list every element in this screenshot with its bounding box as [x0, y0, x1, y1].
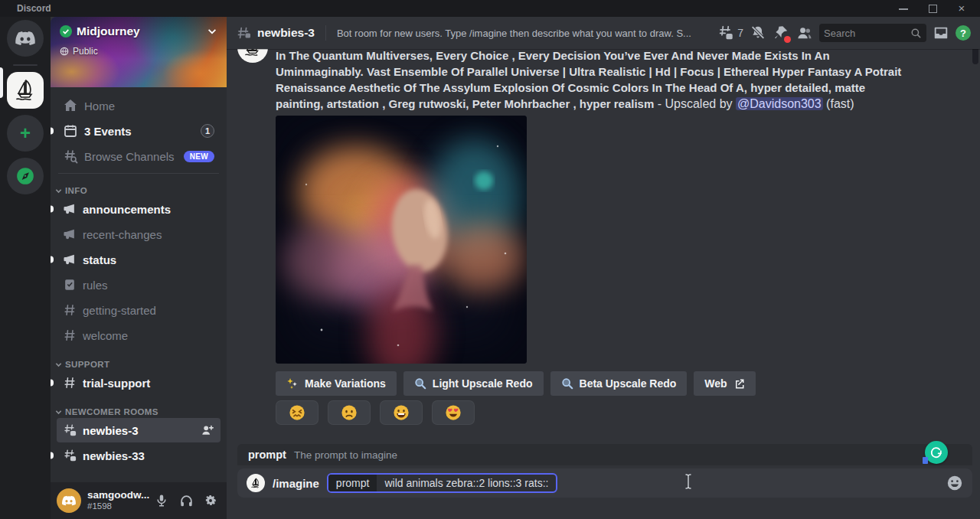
heart-eyes-face-emoji [445, 404, 462, 421]
reaction-button-grinning[interactable] [380, 400, 423, 425]
browse-channels-icon [63, 149, 78, 164]
emoji-picker-button[interactable] [946, 475, 963, 491]
option-name: prompt [248, 449, 286, 461]
grammarly-button[interactable] [925, 441, 948, 464]
explore-servers-button[interactable] [7, 158, 44, 194]
parameter-value[interactable]: wild animals zebra::2 lions::3 rats:: [377, 475, 556, 491]
chevron-down-icon [55, 409, 62, 416]
selected-server-pill [0, 67, 3, 98]
hash-chat-icon [63, 423, 77, 437]
make-variations-button[interactable]: Make Variations [276, 371, 397, 396]
reaction-button-heart-eyes[interactable] [432, 400, 475, 425]
microphone-icon [155, 494, 168, 508]
magnifier-icon [414, 377, 426, 390]
invite-person-add-icon[interactable] [201, 423, 214, 437]
grammarly-icon [929, 446, 943, 459]
unread-pip [51, 256, 54, 263]
category-newcomer-rooms[interactable]: NEWCOMER ROOMS [55, 407, 220, 416]
settings-button[interactable] [201, 491, 220, 511]
unread-pip [51, 128, 54, 135]
maximize-icon[interactable] [928, 4, 937, 13]
channel-getting-started[interactable]: getting-started [57, 298, 220, 322]
discord-home-button[interactable] [7, 20, 44, 57]
headphones-button[interactable] [176, 491, 196, 511]
channel-sidebar: Midjourney Public Home 3 Events 1 [51, 17, 227, 519]
hash-lock-icon [236, 25, 251, 41]
unread-pip [51, 452, 54, 459]
user-panel: samgoodw... #1598 [51, 482, 227, 519]
channel-rules[interactable]: rules [57, 273, 220, 297]
channel-recent-changes[interactable]: recent-changes [57, 222, 220, 246]
header-divider [325, 25, 326, 41]
hash-icon [63, 303, 77, 317]
window-titlebar: Discord × [0, 0, 980, 17]
server-banner[interactable]: Midjourney Public [51, 17, 227, 87]
channel-welcome[interactable]: welcome [57, 323, 220, 348]
unread-pip [51, 206, 54, 213]
midjourney-server-button[interactable] [7, 72, 44, 109]
message-composer[interactable]: /imagine prompt wild animals zebra::2 li… [237, 468, 972, 498]
notifications-muted-button[interactable] [750, 24, 766, 41]
slash-command: /imagine [273, 477, 319, 490]
text-cursor [684, 473, 692, 490]
smiley-icon [946, 475, 963, 491]
discord-logo-icon [61, 495, 77, 506]
close-icon[interactable]: × [957, 4, 966, 13]
minimize-icon[interactable] [899, 4, 908, 13]
megaphone-icon [63, 253, 77, 266]
channel-topic[interactable]: Bot room for new users. Type /imagine th… [337, 28, 711, 39]
magnifier-icon [561, 377, 573, 390]
chat-main: newbies-3 Bot room for new users. Type /… [227, 17, 980, 519]
midjourney-sailboat-icon [250, 477, 262, 489]
channel-trial-support[interactable]: trial-support [57, 370, 220, 395]
chevron-down-icon [55, 188, 62, 194]
threads-icon [717, 24, 734, 41]
channel-status[interactable]: status [57, 247, 220, 272]
sidebar-item-home[interactable]: Home [57, 93, 220, 118]
sidebar-item-events[interactable]: 3 Events 1 [57, 119, 220, 143]
channel-newbies-33[interactable]: newbies-33 [57, 443, 220, 468]
sidebar-item-browse-channels[interactable]: Browse Channels NEW [57, 144, 220, 168]
server-name: Midjourney [77, 24, 140, 38]
sidebar-divider [58, 173, 219, 174]
web-button[interactable]: Web [694, 371, 755, 396]
channel-announcements[interactable]: announcements [57, 197, 220, 221]
beta-upscale-redo-button[interactable]: Beta Upscale Redo [550, 371, 688, 396]
inbox-button[interactable] [933, 24, 949, 41]
generated-artwork-image[interactable] [276, 116, 527, 364]
message-content: In The Quantum Multiverses, Every Choice… [276, 47, 903, 112]
threads-button[interactable]: 7 [717, 24, 743, 41]
user-mention[interactable]: @Davidson303 [736, 97, 823, 110]
category-support[interactable]: SUPPORT [55, 360, 220, 369]
upscale-prefix: - Upscaled by [654, 97, 736, 110]
upscale-suffix: (fast) [823, 97, 854, 110]
user-avatar[interactable] [57, 488, 81, 513]
reaction-button-disappointed[interactable] [328, 400, 371, 425]
hash-icon [63, 376, 77, 390]
inbox-icon [933, 24, 949, 41]
channel-newbies-3[interactable]: newbies-3 [57, 418, 220, 442]
user-info[interactable]: samgoodw... #1598 [87, 490, 152, 511]
server-rail: + [0, 17, 51, 519]
events-count-badge: 1 [201, 124, 214, 138]
channel-title: newbies-3 [257, 26, 315, 40]
hash-chat-icon [63, 449, 77, 462]
reaction-button-confounded[interactable] [276, 400, 318, 425]
home-icon [63, 98, 78, 113]
rules-book-icon [63, 278, 77, 292]
chevron-down-icon[interactable] [207, 26, 217, 37]
search-box[interactable] [819, 24, 926, 42]
art-face [276, 116, 527, 364]
message-area: In The Quantum Multiverses, Every Choice… [227, 44, 974, 442]
calendar-icon [63, 123, 78, 139]
search-input[interactable] [824, 28, 910, 39]
light-upscale-redo-button[interactable]: Light Upscale Redo [403, 371, 544, 396]
microphone-button[interactable] [152, 491, 172, 511]
pinned-messages-button[interactable] [773, 24, 789, 41]
prompt-parameter-field[interactable]: prompt wild animals zebra::2 lions::3 ra… [327, 473, 558, 493]
category-info[interactable]: INFO [55, 186, 220, 195]
slash-option-hint: prompt The prompt to imagine [237, 444, 972, 465]
add-server-button[interactable]: + [7, 115, 44, 152]
help-button[interactable]: ? [956, 25, 971, 41]
member-list-button[interactable] [795, 24, 813, 42]
